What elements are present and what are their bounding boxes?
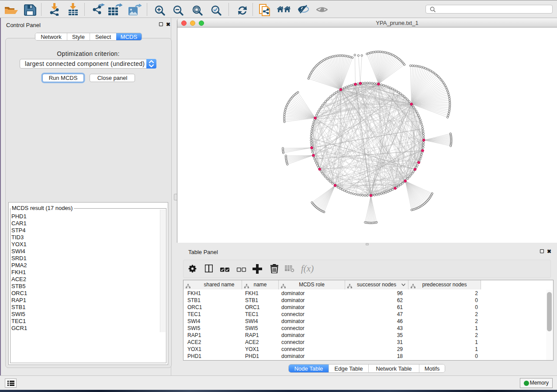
svg-text:f(x): f(x) (301, 264, 314, 274)
